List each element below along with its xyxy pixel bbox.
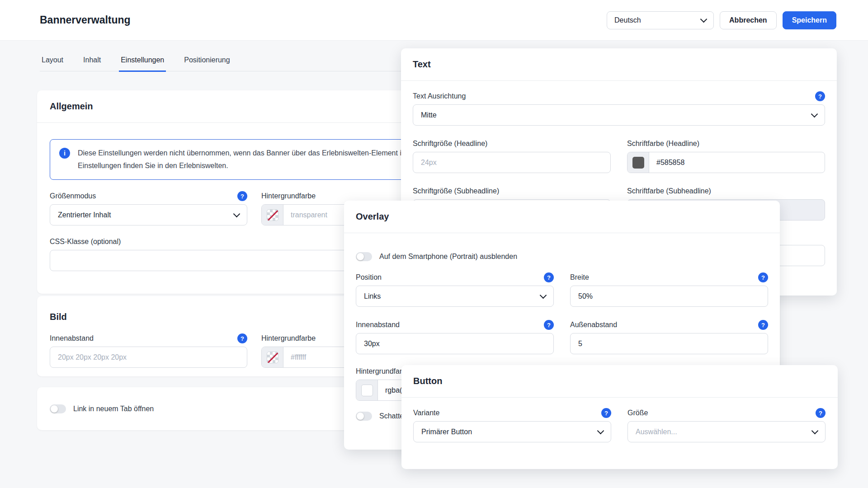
info-alert-text: Diese Einstellungen werden nicht übernom…: [78, 147, 424, 172]
bild-innenabstand-input[interactable]: [50, 347, 247, 368]
text-ausrichtung-select[interactable]: Mitte: [413, 104, 825, 126]
help-icon[interactable]: ?: [815, 91, 825, 101]
chevron-down-icon: [700, 15, 708, 23]
banner-admin-page: Bannerverwaltung Deutsch Abbrechen Speic…: [0, 0, 868, 488]
schriftgroesse-headline-field: Schriftgröße (Headline): [413, 139, 611, 173]
help-icon[interactable]: ?: [601, 408, 611, 418]
color-picker-button[interactable]: [262, 347, 283, 367]
button-card-title: Button: [401, 365, 838, 398]
smartphone-hide-toggle[interactable]: [356, 252, 372, 261]
overlay-card-title: Overlay: [344, 201, 780, 233]
smartphone-toggle-row: Auf dem Smartphone (Portrait) ausblenden: [356, 252, 768, 261]
overlay-breite-field: Breite ?: [570, 273, 768, 307]
bild-innenabstand-field: Innenabstand ?: [50, 334, 247, 368]
button-variante-select[interactable]: Primärer Button: [413, 421, 611, 442]
overlay-position-label: Position: [356, 273, 382, 282]
help-icon[interactable]: ?: [758, 320, 768, 330]
schriftgroesse-headline-input[interactable]: [413, 152, 611, 173]
link-new-tab-toggle[interactable]: [50, 404, 66, 413]
tab-positionierung[interactable]: Positionierung: [182, 56, 231, 72]
color-picker-button[interactable]: [356, 380, 378, 400]
button-card-body: Variante ? Primärer Button Größe ? Auswä…: [401, 398, 838, 453]
help-icon[interactable]: ?: [237, 191, 247, 201]
tab-einstellungen[interactable]: Einstellungen: [119, 56, 166, 72]
chevron-down-icon: [233, 210, 241, 217]
text-ausrichtung-label: Text Ausrichtung: [413, 92, 466, 100]
tab-inhalt[interactable]: Inhalt: [81, 56, 103, 72]
text-ausrichtung-field: Text Ausrichtung ? Mitte: [413, 92, 825, 126]
chevron-down-icon: [540, 291, 547, 299]
overlay-aussenabstand-label: Außenabstand: [570, 321, 617, 329]
info-icon: i: [59, 148, 70, 159]
overlay-position-field: Position ? Links: [356, 273, 554, 307]
transparent-swatch-icon: [267, 352, 278, 363]
groessenmodus-label: Größenmodus: [50, 192, 96, 200]
help-icon[interactable]: ?: [237, 333, 247, 343]
schriftfarbe-headline-label: Schriftfarbe (Headline): [627, 140, 699, 148]
link-toggle-row: Link in neuem Tab öffnen: [50, 404, 154, 413]
overlay-innenabstand-label: Innenabstand: [356, 321, 400, 329]
overlay-innenabstand-field: Innenabstand ?: [356, 320, 554, 354]
info-alert-line2: Einstellungen finden Sie in den Erlebnis…: [78, 160, 424, 172]
chevron-down-icon: [597, 427, 604, 434]
language-select-value: Deutsch: [614, 16, 641, 24]
button-variante-label: Variante: [413, 409, 439, 417]
schriftgroesse-subheadline-label: Schriftgröße (Subheadline): [413, 187, 499, 195]
chevron-down-icon: [811, 110, 818, 117]
overlay-aussenabstand-field: Außenabstand ?: [570, 320, 768, 354]
button-variante-field: Variante ? Primärer Button: [413, 408, 611, 442]
css-klasse-label: CSS-Klasse (optional): [50, 238, 121, 246]
overlay-innenabstand-input[interactable]: [356, 333, 554, 354]
color-picker-button[interactable]: [627, 152, 649, 173]
groessenmodus-select-value: Zentrierter Inhalt: [58, 211, 111, 219]
text-ausrichtung-select-value: Mitte: [421, 111, 437, 119]
button-groesse-select[interactable]: Auswählen...: [627, 421, 826, 442]
schriftfarbe-headline-value[interactable]: #585858: [649, 152, 825, 173]
language-select[interactable]: Deutsch: [607, 11, 714, 29]
button-groesse-field: Größe ? Auswählen...: [627, 408, 826, 442]
link-new-tab-label: Link in neuem Tab öffnen: [73, 405, 154, 413]
overlay-position-select[interactable]: Links: [356, 286, 554, 307]
help-icon[interactable]: ?: [544, 320, 554, 330]
help-icon[interactable]: ?: [816, 408, 826, 418]
schriftfarbe-headline-input: #585858: [627, 152, 825, 173]
groessenmodus-select[interactable]: Zentrierter Inhalt: [50, 204, 247, 225]
smartphone-hide-label: Auf dem Smartphone (Portrait) ausblenden: [379, 253, 517, 261]
save-button[interactable]: Speichern: [783, 11, 836, 29]
schatten-toggle[interactable]: [356, 412, 372, 421]
color-swatch-icon: [361, 385, 373, 396]
groessenmodus-field: Größenmodus ? Zentrierter Inhalt: [50, 192, 247, 225]
app-header: Bannerverwaltung Deutsch Abbrechen Speic…: [0, 0, 868, 41]
page-title: Bannerverwaltung: [40, 14, 131, 26]
schriftfarbe-subheadline-label: Schriftfarbe (Subheadline): [627, 187, 711, 195]
color-swatch-icon: [632, 157, 644, 169]
info-alert-line1: Diese Einstellungen werden nicht übernom…: [78, 147, 424, 160]
tab-layout[interactable]: Layout: [40, 56, 65, 72]
help-icon[interactable]: ?: [758, 272, 768, 282]
button-groesse-select-placeholder: Auswählen...: [636, 428, 677, 436]
bild-innenabstand-label: Innenabstand: [50, 334, 94, 343]
button-card: Button Variante ? Primärer Button Größe: [401, 365, 838, 469]
text-card-title: Text: [401, 48, 837, 81]
overlay-position-select-value: Links: [364, 292, 381, 300]
overlay-aussenabstand-input[interactable]: [570, 333, 768, 354]
button-groesse-label: Größe: [627, 409, 648, 417]
cancel-button[interactable]: Abbrechen: [720, 11, 777, 29]
help-icon[interactable]: ?: [544, 272, 554, 282]
color-picker-button[interactable]: [262, 205, 283, 225]
bild-hintergrundfarbe-label: Hintergrundfarbe: [261, 334, 316, 343]
schriftgroesse-headline-label: Schriftgröße (Headline): [413, 140, 487, 148]
allgemein-hintergrundfarbe-label: Hintergrundfarbe: [261, 192, 316, 200]
transparent-swatch-icon: [267, 209, 278, 221]
overlay-breite-label: Breite: [570, 273, 589, 282]
chevron-down-icon: [811, 427, 819, 434]
overlay-breite-input[interactable]: [570, 286, 768, 307]
header-actions: Deutsch Abbrechen Speichern: [607, 11, 836, 29]
schriftfarbe-headline-field: Schriftfarbe (Headline) #585858: [627, 139, 825, 173]
button-variante-select-value: Primärer Button: [421, 428, 472, 436]
